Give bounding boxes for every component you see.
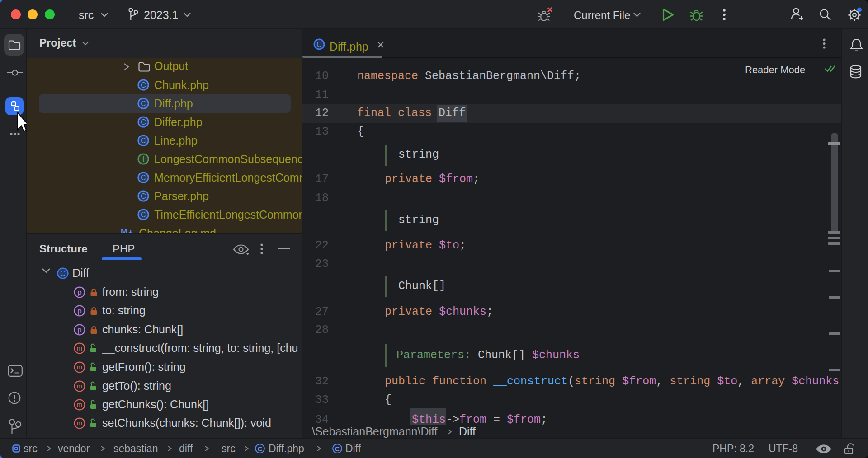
svg-text:C: C [60, 270, 66, 277]
svg-text:C: C [141, 118, 146, 126]
svg-text:m: m [77, 344, 83, 352]
svg-text:C: C [258, 445, 262, 453]
svg-text:p: p [77, 326, 81, 334]
svg-text:C: C [141, 174, 146, 182]
svg-text:M: M [121, 227, 127, 234]
svg-text:p: p [77, 288, 81, 297]
svg-text:C: C [141, 192, 146, 200]
svg-text:C: C [335, 445, 340, 453]
svg-text:C: C [141, 100, 146, 107]
svg-text:C: C [141, 211, 146, 219]
svg-text:C: C [141, 81, 146, 89]
svg-text:p: p [77, 307, 81, 315]
svg-text:m: m [77, 382, 83, 390]
svg-text:I: I [142, 155, 144, 163]
svg-text:C: C [316, 41, 322, 48]
svg-text:C: C [141, 137, 146, 145]
svg-text:m: m [77, 363, 83, 371]
svg-text:m: m [77, 401, 83, 408]
svg-text:m: m [77, 419, 83, 427]
